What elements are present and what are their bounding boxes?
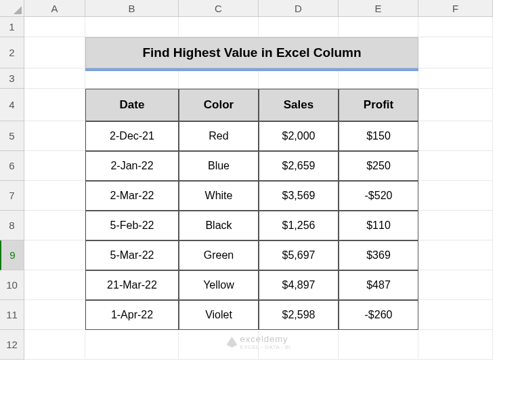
cell[interactable] <box>418 181 493 211</box>
cell[interactable] <box>24 68 85 89</box>
table-cell[interactable]: 1-Apr-22 <box>85 300 179 330</box>
column-header-D[interactable]: D <box>259 0 339 16</box>
row-header-1[interactable]: 1 <box>0 17 24 37</box>
cell[interactable] <box>339 68 418 89</box>
cell[interactable] <box>24 211 85 240</box>
cell[interactable] <box>24 17 85 37</box>
table-cell[interactable]: Yellow <box>179 270 259 300</box>
cell[interactable] <box>259 17 339 37</box>
cell[interactable] <box>418 270 493 300</box>
cell[interactable] <box>24 300 85 330</box>
watermark-sub: EXCEL · DATA · BI <box>240 344 290 350</box>
table-cell[interactable]: Green <box>179 240 259 270</box>
row-header-12[interactable]: 12 <box>0 330 24 360</box>
table-cell[interactable]: $487 <box>339 270 418 300</box>
cell[interactable] <box>24 270 85 300</box>
row-header-7[interactable]: 7 <box>0 181 24 211</box>
table-cell[interactable]: $369 <box>339 240 418 270</box>
cell[interactable] <box>418 121 493 151</box>
cell[interactable] <box>85 68 179 89</box>
column-header-F[interactable]: F <box>418 0 493 16</box>
row-header-5[interactable]: 5 <box>0 121 24 151</box>
cell[interactable] <box>179 68 259 89</box>
table-cell[interactable]: $250 <box>339 151 418 181</box>
cell[interactable] <box>24 181 85 211</box>
table-header: Date <box>85 89 179 121</box>
table-cell[interactable]: $2,598 <box>259 300 339 330</box>
table-cell[interactable]: 5-Mar-22 <box>85 240 179 270</box>
row-header-8[interactable]: 8 <box>0 211 24 240</box>
table-cell[interactable]: $110 <box>339 211 418 240</box>
table-cell[interactable]: White <box>179 181 259 211</box>
cell[interactable] <box>339 17 418 37</box>
table-cell[interactable]: -$520 <box>339 181 418 211</box>
column-headers: ABCDEF <box>24 0 493 17</box>
column-header-C[interactable]: C <box>179 0 259 16</box>
cell[interactable] <box>85 17 179 37</box>
table-cell[interactable]: Violet <box>179 300 259 330</box>
table-cell[interactable]: $1,256 <box>259 211 339 240</box>
table-cell[interactable]: $2,000 <box>259 121 339 151</box>
cell[interactable] <box>24 37 85 68</box>
column-header-E[interactable]: E <box>339 0 418 16</box>
cell[interactable] <box>418 68 493 89</box>
watermark: exceldemyEXCEL · DATA · BI <box>24 334 493 350</box>
cell[interactable] <box>179 17 259 37</box>
table-header: Profit <box>339 89 418 121</box>
page-title: Find Highest Value in Excel Column <box>85 37 418 68</box>
row-header-6[interactable]: 6 <box>0 151 24 181</box>
watermark-brand: exceldemy <box>240 334 288 344</box>
table-cell[interactable]: $2,659 <box>259 151 339 181</box>
row-header-2[interactable]: 2 <box>0 37 24 68</box>
table-cell[interactable]: Blue <box>179 151 259 181</box>
cell[interactable] <box>418 17 493 37</box>
watermark-logo-icon <box>226 337 237 348</box>
select-all-corner[interactable] <box>0 0 24 17</box>
cell[interactable] <box>418 211 493 240</box>
cell[interactable] <box>259 68 339 89</box>
table-header: Color <box>179 89 259 121</box>
table-cell[interactable]: 5-Feb-22 <box>85 211 179 240</box>
row-header-4[interactable]: 4 <box>0 89 24 121</box>
title-underline <box>85 68 418 71</box>
cell[interactable] <box>418 300 493 330</box>
column-header-B[interactable]: B <box>85 0 179 16</box>
table-cell[interactable]: 21-Mar-22 <box>85 270 179 300</box>
cell[interactable] <box>24 240 85 270</box>
row-header-3[interactable]: 3 <box>0 68 24 89</box>
table-header: Sales <box>259 89 339 121</box>
cell[interactable] <box>418 151 493 181</box>
table-cell[interactable]: $3,569 <box>259 181 339 211</box>
cell[interactable] <box>418 89 493 121</box>
row-header-11[interactable]: 11 <box>0 300 24 330</box>
cell[interactable] <box>24 151 85 181</box>
table-cell[interactable]: $4,897 <box>259 270 339 300</box>
row-header-10[interactable]: 10 <box>0 270 24 300</box>
row-header-9[interactable]: 9 <box>0 240 24 270</box>
cell[interactable] <box>418 37 493 68</box>
table-cell[interactable]: $150 <box>339 121 418 151</box>
table-cell[interactable]: $5,697 <box>259 240 339 270</box>
table-cell[interactable]: -$260 <box>339 300 418 330</box>
table-cell[interactable]: Black <box>179 211 259 240</box>
table-cell[interactable]: Red <box>179 121 259 151</box>
table-cell[interactable]: 2-Mar-22 <box>85 181 179 211</box>
cell[interactable] <box>418 240 493 270</box>
cell[interactable] <box>24 89 85 121</box>
table-cell[interactable]: 2-Jan-22 <box>85 151 179 181</box>
row-headers: 123456789101112 <box>0 17 24 360</box>
cell[interactable] <box>24 121 85 151</box>
column-header-A[interactable]: A <box>24 0 85 16</box>
table-cell[interactable]: 2-Dec-21 <box>85 121 179 151</box>
